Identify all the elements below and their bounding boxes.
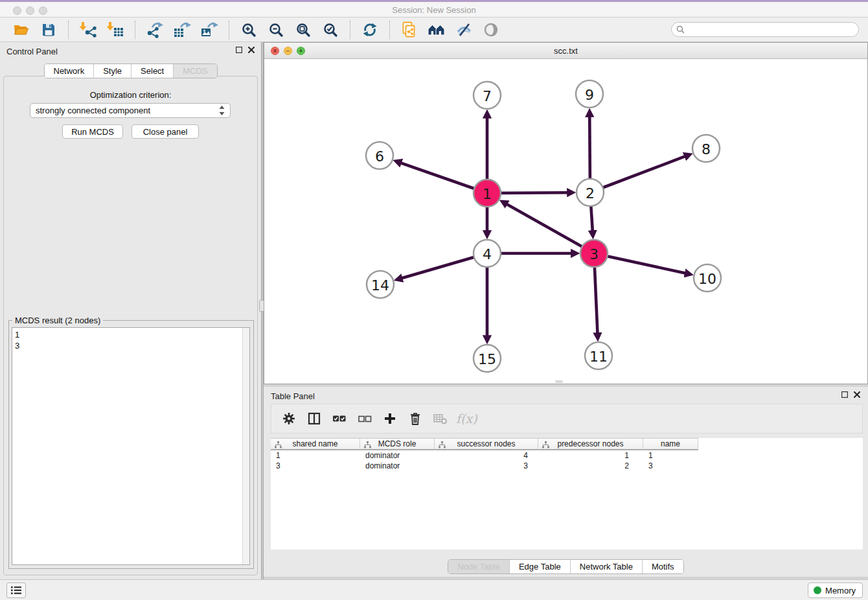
control-panel: Control Panel NetworkStyleSelectMCDS Opt… — [0, 42, 261, 579]
save-session-button[interactable] — [38, 20, 60, 40]
create-column-button[interactable] — [380, 409, 400, 428]
run-mcds-button[interactable]: Run MCDS — [62, 124, 123, 139]
table-settings-button[interactable] — [279, 409, 299, 428]
tab-network-table[interactable]: Network Table — [570, 560, 642, 573]
tab-mcds[interactable]: MCDS — [173, 64, 216, 78]
hierarchy-icon — [275, 441, 282, 448]
table-cell: 1 — [643, 450, 698, 461]
toolbar-separator — [68, 21, 69, 39]
control-panel-header: Control Panel — [0, 42, 261, 59]
zoom-out-button[interactable] — [265, 20, 287, 40]
deselect-all-columns-button[interactable] — [355, 409, 374, 428]
clone-network-button[interactable] — [398, 20, 420, 40]
graph-node-4[interactable]: 4 — [474, 240, 501, 267]
column-header-name[interactable]: name — [643, 438, 698, 450]
apply-layout-button[interactable] — [359, 20, 381, 40]
table-body: 1dominator4113dominator323 — [271, 450, 863, 471]
column-header-label: shared name — [292, 439, 337, 448]
memory-label: Memory — [825, 586, 856, 595]
first-neighbors-button[interactable] — [426, 20, 448, 40]
column-header-label: MCDS role — [378, 439, 417, 448]
memory-button[interactable]: Memory — [808, 583, 863, 598]
list-icon — [10, 586, 22, 595]
network-canvas[interactable]: 7968124314101511 — [264, 59, 867, 384]
import-table-button[interactable] — [104, 20, 126, 40]
float-panel-icon[interactable] — [236, 47, 242, 53]
show-all-button[interactable] — [480, 20, 502, 40]
table-cell: 3 — [435, 461, 538, 471]
select-all-columns-button[interactable] — [330, 409, 349, 428]
mcds-result-list[interactable]: 13 — [12, 327, 250, 565]
graph-node-6[interactable]: 6 — [366, 142, 393, 169]
optimization-criterion-select[interactable]: strongly connected component — [30, 103, 231, 118]
result-scrollbar[interactable] — [242, 328, 249, 564]
column-header-shared-name[interactable]: shared name — [271, 438, 360, 450]
tab-select[interactable]: Select — [131, 64, 173, 78]
show-panels-button[interactable] — [6, 583, 26, 598]
network-window: × − + scc.txt 7968124314101511 — [264, 42, 868, 384]
close-panel-icon[interactable] — [248, 47, 255, 53]
import-network-button[interactable] — [77, 20, 99, 40]
tab-network[interactable]: Network — [44, 64, 93, 78]
zoom-in-button[interactable] — [238, 20, 260, 40]
graph-node-10[interactable]: 10 — [694, 264, 721, 292]
graph-node-9[interactable]: 9 — [576, 80, 603, 108]
table-header-row: shared nameMCDS rolesuccessor nodesprede… — [271, 438, 863, 450]
graph-node-1[interactable]: 1 — [474, 179, 501, 207]
column-header-predecessor-nodes[interactable]: predecessor nodes — [538, 438, 643, 450]
tab-node-table[interactable]: Node Table — [448, 560, 509, 573]
graph-node-15[interactable]: 15 — [474, 345, 501, 372]
close-panel-icon[interactable] — [854, 391, 860, 398]
open-session-button[interactable] — [10, 20, 32, 40]
status-bar: Memory — [0, 579, 868, 600]
table-cell: 1 — [271, 450, 360, 461]
graph-node-2[interactable]: 2 — [577, 179, 604, 206]
graph-node-label: 4 — [483, 246, 492, 262]
graph-node-label: 6 — [375, 148, 384, 165]
table-row[interactable]: 3dominator323 — [271, 461, 863, 471]
zoom-in-icon — [241, 22, 257, 38]
export-image-button[interactable] — [198, 20, 220, 40]
fx-icon: f(x) — [456, 411, 477, 426]
column-header-mcds-role[interactable]: MCDS role — [360, 438, 435, 450]
graph-node-7[interactable]: 7 — [474, 82, 501, 109]
zoom-selected-icon — [323, 22, 338, 38]
delete-table-button[interactable] — [431, 409, 450, 428]
table-row[interactable]: 1dominator411 — [271, 450, 863, 461]
select-chevrons-icon — [219, 106, 225, 115]
delete-column-button[interactable] — [405, 409, 425, 428]
show-column-button[interactable] — [304, 409, 324, 428]
graph-node-3[interactable]: 3 — [580, 240, 608, 267]
graph-node-11[interactable]: 11 — [585, 342, 612, 369]
import-network-icon — [79, 21, 97, 38]
export-table-button[interactable] — [171, 20, 193, 40]
zoom-fit-button[interactable] — [292, 20, 314, 40]
hide-eye-icon — [455, 22, 472, 38]
tab-style[interactable]: Style — [93, 64, 131, 78]
main-toolbar — [0, 17, 868, 42]
tab-motifs[interactable]: Motifs — [642, 560, 683, 573]
hide-selected-button[interactable] — [453, 20, 475, 40]
canvas-grip[interactable] — [555, 380, 563, 383]
zoom-selected-button[interactable] — [319, 20, 341, 40]
import-table-icon — [106, 21, 124, 38]
graph-node-14[interactable]: 14 — [367, 271, 394, 298]
close-panel-button[interactable]: Close panel — [131, 124, 199, 139]
gear-icon — [282, 411, 296, 426]
graph-node-8[interactable]: 8 — [692, 135, 720, 162]
column-header-successor-nodes[interactable]: successor nodes — [435, 438, 538, 450]
graph-edge-2-8[interactable] — [590, 156, 686, 192]
tab-edge-table[interactable]: Edge Table — [509, 560, 570, 573]
export-network-button[interactable] — [144, 20, 166, 40]
result-line: 1 — [12, 328, 249, 340]
function-builder-button[interactable]: f(x) — [456, 409, 477, 428]
optimization-criterion-value: strongly connected component — [36, 106, 150, 115]
zoom-out-icon — [268, 22, 284, 38]
table-cell: 2 — [538, 461, 643, 471]
right-column: × − + scc.txt 7968124314101511 Table Pan… — [264, 42, 868, 579]
graph-edge-3-1[interactable] — [506, 203, 594, 253]
float-panel-icon[interactable] — [841, 391, 848, 398]
search-input[interactable] — [688, 25, 854, 34]
table-tabs: Node TableEdge TableNetwork TableMotifs — [264, 559, 868, 574]
network-title: scc.txt — [264, 46, 867, 56]
